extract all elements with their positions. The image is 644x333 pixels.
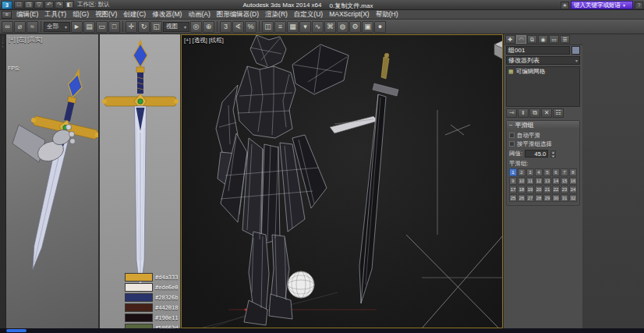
smoothing-group-23[interactable]: 23	[561, 186, 568, 193]
vpmain-token-2[interactable]: [线框]	[209, 37, 224, 44]
menu-edit[interactable]: 编辑(E)	[13, 10, 41, 19]
pin-stack-button[interactable]: ⊸	[506, 108, 517, 118]
schematic-view-icon[interactable]: ⌘	[324, 21, 336, 33]
menu-graph-editors[interactable]: 图形编辑器(D)	[214, 10, 262, 19]
smoothing-group-20[interactable]: 20	[535, 186, 543, 193]
smoothing-group-18[interactable]: 18	[518, 186, 525, 193]
select-and-rotate-icon[interactable]: ↻	[138, 21, 150, 33]
smoothing-group-1[interactable]: 1	[509, 168, 517, 176]
show-end-result-button[interactable]: ‖	[518, 108, 529, 118]
menu-customize[interactable]: 自定义(U)	[291, 10, 326, 19]
curve-editor-icon[interactable]: ∿	[312, 21, 324, 33]
smoothing-group-26[interactable]: 26	[518, 194, 525, 202]
viewport-tab-strip[interactable]: ⋮‹›	[0, 34, 6, 328]
tab-display[interactable]: ▭	[549, 35, 559, 44]
smoothing-group-25[interactable]: 25	[509, 194, 517, 202]
tab-motion[interactable]: ◉	[538, 35, 548, 44]
smoothing-group-13[interactable]: 13	[543, 177, 551, 185]
align-icon[interactable]: ≡	[274, 21, 286, 33]
smoothing-group-11[interactable]: 11	[526, 177, 534, 185]
smoothing-group-6[interactable]: 6	[552, 168, 560, 176]
tab-utilities[interactable]: ☰	[560, 35, 570, 44]
threshold-spinner[interactable]: ▲▼	[550, 151, 556, 158]
render-production-icon[interactable]: ●	[374, 21, 386, 33]
object-name-field[interactable]: 组001	[506, 46, 570, 55]
select-and-manipulate-icon[interactable]: ⊕	[203, 21, 214, 33]
menu-create[interactable]: 创建(C)	[120, 10, 149, 19]
save-file-button[interactable]: ▽	[34, 1, 44, 9]
menu-help[interactable]: 帮助(H)	[373, 10, 402, 19]
smoothing-group-4[interactable]: 4	[535, 168, 543, 176]
sign-in-icon[interactable]: ★	[561, 2, 569, 9]
reference-coordinate-system-dropdown[interactable]: 视图▾	[163, 22, 189, 32]
select-by-name-icon[interactable]: ▤	[83, 21, 95, 33]
configure-modifier-sets-button[interactable]: ☷	[553, 108, 564, 118]
smoothing-group-12[interactable]: 12	[535, 177, 543, 185]
layer-manager-icon[interactable]: ▦	[287, 21, 299, 33]
modifier-stack-item[interactable]: ▦可编辑网格	[507, 67, 579, 76]
threshold-input[interactable]: 45.0	[525, 150, 548, 158]
application-menu-button[interactable]: ≡	[2, 11, 12, 19]
window-crossing-toggle-icon[interactable]: □	[108, 21, 120, 33]
vp1-token-0[interactable]: [+]	[9, 36, 16, 44]
viewport-reference-flat[interactable]: #d4a333#ede6e0#28326b#442018#190e11#5866…	[100, 34, 181, 328]
menu-views[interactable]: 视图(V)	[92, 10, 120, 19]
project-folder-button[interactable]: ◧	[65, 1, 74, 9]
mirror-icon[interactable]: ◫	[262, 21, 274, 33]
selection-filter-dropdown[interactable]: 全部▾	[44, 22, 70, 32]
smoothing-group-28[interactable]: 28	[535, 194, 543, 202]
redo-button[interactable]: ↷	[55, 1, 64, 9]
rectangular-selection-region-icon[interactable]: ▭	[96, 21, 108, 33]
search-dropdown-icon[interactable]: ▾	[623, 2, 625, 8]
percent-snap-toggle-icon[interactable]: %	[245, 21, 257, 33]
time-slider-handle[interactable]	[6, 329, 27, 332]
smoothing-group-8[interactable]: 8	[569, 168, 577, 176]
graphite-modeling-ribbon-icon[interactable]: ▾	[299, 21, 311, 33]
smoothing-group-31[interactable]: 31	[561, 194, 568, 202]
smoothing-group-10[interactable]: 10	[518, 177, 525, 185]
select-object-icon[interactable]: ►	[71, 21, 83, 33]
make-unique-button[interactable]: ⧉	[529, 108, 540, 118]
smoothing-group-5[interactable]: 5	[543, 168, 551, 176]
tab-create[interactable]: ✚	[505, 35, 515, 44]
vp1-token-1[interactable]: [左]	[17, 36, 27, 44]
select-by-sg-checkbox[interactable]	[509, 141, 515, 147]
menu-rendering[interactable]: 渲染(R)	[262, 10, 291, 19]
select-and-link-icon[interactable]: ∞	[2, 21, 13, 33]
smoothing-group-9[interactable]: 9	[509, 177, 517, 185]
menu-tools[interactable]: 工具(T)	[41, 10, 69, 19]
smoothing-group-17[interactable]: 17	[509, 186, 517, 193]
workspace-selector[interactable]: 工作区: 默认	[77, 1, 110, 9]
bind-to-space-warp-icon[interactable]: ≈	[27, 21, 38, 33]
use-pivot-point-center-icon[interactable]: ◎	[190, 21, 202, 33]
viewport-perspective[interactable]: [+][透视][线框]	[181, 34, 503, 328]
auto-smooth-checkbox[interactable]	[509, 133, 515, 138]
modifier-stack-list[interactable]: ▦可编辑网格	[506, 66, 580, 107]
smoothing-group-22[interactable]: 22	[552, 186, 560, 193]
material-editor-icon[interactable]: ◍	[337, 21, 349, 33]
smoothing-group-3[interactable]: 3	[526, 168, 534, 176]
smoothing-group-32[interactable]: 32	[569, 194, 577, 202]
object-color-chip[interactable]	[571, 46, 580, 55]
smoothing-group-7[interactable]: 7	[561, 168, 568, 176]
menu-maxscript[interactable]: MAXScript(X)	[326, 10, 372, 19]
smoothing-group-14[interactable]: 14	[552, 177, 560, 185]
menu-modifiers[interactable]: 修改器(M)	[149, 10, 185, 19]
tab-modify[interactable]: ◠	[516, 35, 526, 44]
unlink-selection-icon[interactable]: ⌀	[14, 21, 26, 33]
select-and-move-icon[interactable]: ✛	[126, 21, 137, 33]
render-setup-icon[interactable]: ⚙	[349, 21, 361, 33]
open-file-button[interactable]: ◳	[24, 1, 34, 9]
rendered-frame-window-icon[interactable]: ▣	[362, 21, 373, 33]
menu-group[interactable]: 组(G)	[69, 10, 92, 19]
new-scene-button[interactable]: □	[14, 1, 23, 9]
smoothing-group-30[interactable]: 30	[552, 194, 560, 202]
vp1-token-2[interactable]: [真实]	[27, 36, 42, 44]
viewport-left-reference[interactable]: [+][左][真实] FPS:	[6, 34, 99, 328]
smoothing-group-24[interactable]: 24	[569, 186, 577, 193]
help-icon[interactable]: ?	[635, 2, 643, 9]
menu-animation[interactable]: 动画(A)	[185, 10, 213, 19]
smoothing-group-29[interactable]: 29	[543, 194, 551, 202]
smoothing-group-21[interactable]: 21	[543, 186, 551, 193]
smoothing-group-27[interactable]: 27	[526, 194, 534, 202]
